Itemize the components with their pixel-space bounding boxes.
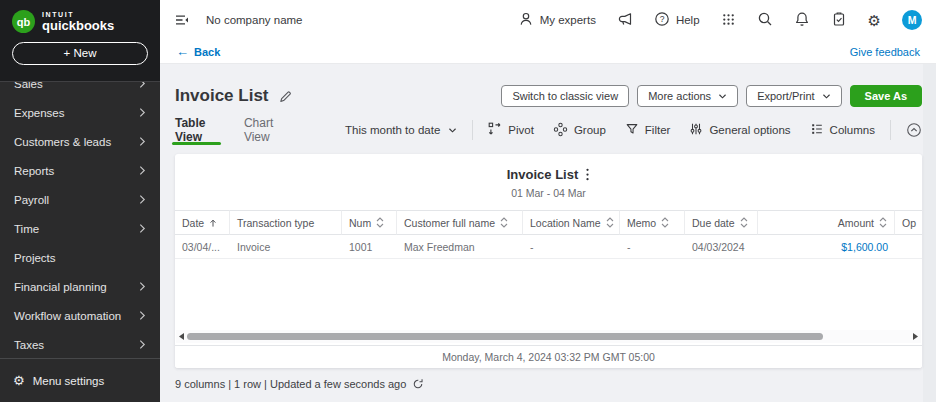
column-header-amount[interactable]: Amount: [758, 210, 895, 235]
sort-icon: [661, 217, 669, 228]
sidebar-item-payroll[interactable]: Payroll: [0, 185, 160, 214]
back-arrow-icon: ←: [176, 46, 189, 57]
refresh-icon[interactable]: [412, 378, 424, 390]
columns-icon: [810, 122, 824, 138]
chevron-right-icon: [139, 223, 146, 234]
cell-memo: -: [620, 235, 685, 259]
general-options-button[interactable]: General options: [689, 122, 790, 138]
collapse-menu-icon[interactable]: [174, 12, 190, 28]
more-actions-button[interactable]: More actions: [637, 85, 738, 107]
toolbar-right: [875, 120, 922, 140]
table-row[interactable]: 03/04/...Invoice1001Max Freedman--04/03/…: [175, 235, 922, 259]
sidebar-item-customers-leads[interactable]: Customers & leads: [0, 127, 160, 156]
page-actions: Switch to classic view More actions Expo…: [501, 85, 922, 107]
search-button[interactable]: [757, 11, 773, 29]
page-scrollbar[interactable]: [923, 64, 936, 402]
tabs-toolbar-row: Table View Chart View This month to date…: [175, 115, 922, 145]
sidebar-item-label: Financial planning: [14, 281, 139, 293]
divider: [472, 120, 473, 140]
tasks-button[interactable]: [831, 11, 847, 29]
sliders-icon: [689, 122, 703, 138]
status-bar: 9 columns | 1 row | Updated a few second…: [175, 378, 922, 390]
switch-to-classic-view-button[interactable]: Switch to classic view: [501, 85, 629, 107]
announcements-button[interactable]: [617, 11, 633, 29]
sidebar-item-label: Reports: [14, 165, 139, 177]
avatar[interactable]: M: [902, 10, 922, 30]
column-header-op[interactable]: Op: [895, 210, 922, 235]
cell-date: 03/04/...: [175, 235, 230, 259]
column-header-location-name[interactable]: Location Name: [523, 210, 620, 235]
report-card: Invoice List 01 Mar - 04 Mar DateTransac…: [175, 154, 922, 368]
group-icon: [553, 122, 568, 139]
sidebar-item-financial-planning[interactable]: Financial planning: [0, 272, 160, 301]
chevron-right-icon: [139, 310, 146, 321]
columns-label: Columns: [830, 124, 875, 136]
amount-link[interactable]: $1,600.00: [841, 241, 888, 253]
tab-chart-view[interactable]: Chart View: [244, 115, 285, 145]
filter-button[interactable]: Filter: [625, 122, 671, 138]
sidebar-item-time[interactable]: Time: [0, 214, 160, 243]
sidebar-item-reports[interactable]: Reports: [0, 156, 160, 185]
column-header-due-date[interactable]: Due date: [685, 210, 758, 235]
kebab-menu-icon[interactable]: [585, 167, 590, 182]
sort-icon: [740, 217, 748, 228]
chevron-right-icon: [139, 136, 146, 147]
scroll-left-icon[interactable]: [176, 333, 187, 340]
switch-classic-label: Switch to classic view: [512, 90, 618, 102]
column-header-customer-full-name[interactable]: Customer full name: [397, 210, 523, 235]
sidebar: qb INTUIT quickbooks + New SalesExpenses…: [0, 0, 160, 402]
date-range-dropdown[interactable]: This month to date: [345, 124, 457, 136]
my-experts-button[interactable]: My experts: [518, 11, 596, 29]
gear-icon: ⚙: [13, 374, 25, 387]
column-header-date[interactable]: Date: [175, 210, 230, 235]
sort-icon: [376, 217, 384, 228]
page-title: Invoice List: [175, 86, 269, 106]
column-header-transaction-type[interactable]: Transaction type: [230, 210, 342, 235]
qb-logo-icon: qb: [12, 10, 35, 33]
group-button[interactable]: Group: [553, 122, 606, 139]
cell-location-name: -: [523, 235, 620, 259]
sort-icon: [879, 217, 887, 228]
export-print-button[interactable]: Export/Print: [746, 85, 841, 107]
give-feedback-link[interactable]: Give feedback: [850, 46, 920, 58]
column-label: Date: [182, 217, 204, 229]
sidebar-item-sales[interactable]: Sales: [0, 82, 160, 98]
columns-button[interactable]: Columns: [810, 122, 875, 138]
pivot-button[interactable]: Pivot: [488, 122, 534, 138]
notifications-button[interactable]: [794, 11, 810, 29]
help-label: Help: [676, 14, 700, 26]
invoice-table: DateTransaction typeNumCustomer full nam…: [175, 210, 922, 259]
settings-button[interactable]: ⚙: [868, 14, 881, 27]
main-area: No company name My experts ? Help: [160, 0, 936, 402]
back-button[interactable]: ← Back: [176, 46, 220, 58]
apps-grid-button[interactable]: [721, 12, 736, 29]
topbar-right: My experts ? Help: [518, 10, 922, 30]
sidebar-item-projects[interactable]: Projects: [0, 243, 160, 272]
sidebar-item-workflow-automation[interactable]: Workflow automation: [0, 301, 160, 330]
help-button[interactable]: ? Help: [654, 11, 700, 29]
save-as-button[interactable]: Save As: [850, 85, 922, 107]
sidebar-item-label: Customers & leads: [14, 136, 139, 148]
column-label: Customer full name: [404, 217, 495, 229]
column-header-memo[interactable]: Memo: [620, 210, 685, 235]
column-header-num[interactable]: Num: [342, 210, 397, 235]
chevron-right-icon: [139, 165, 146, 176]
scrollbar-thumb[interactable]: [187, 333, 823, 340]
sidebar-item-expenses[interactable]: Expenses: [0, 98, 160, 127]
sidebar-item-taxes[interactable]: Taxes: [0, 330, 160, 358]
collapse-panel-icon[interactable]: [906, 122, 922, 138]
cell-num: 1001: [342, 235, 397, 259]
cell-op: [895, 235, 922, 259]
sidebar-item-label: Payroll: [14, 194, 139, 206]
scrollbar-track[interactable]: [187, 332, 910, 341]
horizontal-scrollbar[interactable]: [176, 330, 921, 343]
status-summary: 9 columns | 1 row | Updated a few second…: [175, 378, 406, 390]
clipboard-icon: [831, 11, 847, 29]
edit-pencil-icon[interactable]: [278, 89, 293, 104]
new-button[interactable]: + New: [12, 42, 148, 65]
general-options-label: General options: [709, 124, 790, 136]
menu-settings-button[interactable]: ⚙ Menu settings: [0, 358, 160, 402]
topbar: No company name My experts ? Help: [160, 0, 936, 40]
tab-table-view[interactable]: Table View: [175, 115, 218, 145]
scroll-right-icon[interactable]: [910, 333, 921, 340]
